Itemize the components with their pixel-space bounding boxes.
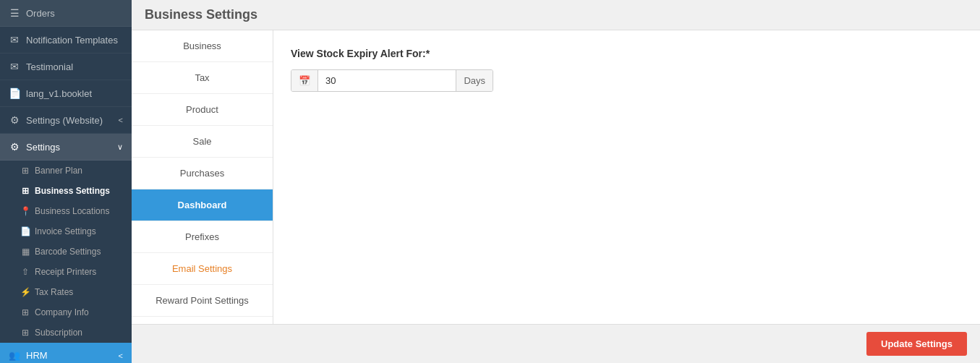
tab-purchases[interactable]: Purchases bbox=[132, 158, 273, 189]
barcode-settings-icon: ▦ bbox=[20, 247, 30, 257]
sidebar-sub-item-locations-label: Business Locations bbox=[35, 206, 109, 216]
bottom-bar: Update Settings bbox=[132, 324, 980, 363]
tax-rates-icon: ⚡ bbox=[20, 287, 30, 297]
tab-prefixes[interactable]: Prefixes bbox=[132, 221, 273, 253]
expiry-days-input[interactable] bbox=[318, 70, 456, 91]
orders-icon: ☰ bbox=[9, 7, 20, 19]
tab-sale[interactable]: Sale bbox=[132, 126, 273, 158]
tab-business[interactable]: Business bbox=[132, 30, 273, 62]
banner-plan-icon: ⊞ bbox=[20, 166, 30, 176]
hrm-icon: 👥 bbox=[9, 350, 20, 361]
sidebar-sub-item-receipt-printers[interactable]: ⇧ Receipt Printers bbox=[0, 262, 132, 282]
sidebar-sub-item-banner-plan[interactable]: ⊞ Banner Plan bbox=[0, 161, 132, 181]
settings-website-icon: ⚙ bbox=[9, 114, 20, 126]
days-label: Days bbox=[456, 70, 493, 91]
tab-email-settings[interactable]: Email Settings bbox=[132, 253, 273, 285]
sidebar-sub-item-invoice-label: Invoice Settings bbox=[35, 226, 96, 236]
tab-dashboard[interactable]: Dashboard bbox=[132, 189, 273, 221]
tab-reward-point-settings[interactable]: Reward Point Settings bbox=[132, 285, 273, 317]
expiry-alert-label: View Stock Expiry Alert For:* bbox=[291, 48, 963, 59]
sidebar-sub-item-subscription[interactable]: ⊞ Subscription bbox=[0, 323, 132, 343]
sidebar-sub-item-invoice-settings[interactable]: 📄 Invoice Settings bbox=[0, 221, 132, 242]
booklet-icon: 📄 bbox=[9, 87, 20, 99]
sidebar-item-lang-label: lang_v1.booklet bbox=[26, 88, 92, 99]
tab-product[interactable]: Product bbox=[132, 94, 273, 126]
sidebar-item-testimonial-label: Testimonial bbox=[26, 61, 73, 72]
sidebar: ☰ Orders ✉ Notification Templates ✉ Test… bbox=[0, 0, 132, 363]
sidebar-item-settings-website-label: Settings (Website) bbox=[26, 115, 103, 126]
testimonial-icon: ✉ bbox=[9, 61, 20, 72]
receipt-printers-icon: ⇧ bbox=[20, 267, 30, 277]
sidebar-item-orders-label: Orders bbox=[26, 8, 55, 19]
content-area: Business Tax Product Sale Purchases Dash… bbox=[132, 30, 980, 324]
sidebar-sub-item-business-label: Business Settings bbox=[35, 186, 110, 196]
tab-pos[interactable]: POS bbox=[132, 317, 273, 324]
sidebar-sub-item-company-label: Company Info bbox=[35, 307, 89, 317]
sidebar-item-testimonial[interactable]: ✉ Testimonial bbox=[0, 54, 132, 80]
sidebar-sub-item-business-locations[interactable]: 📍 Business Locations bbox=[0, 201, 132, 221]
expiry-input-row: 📅 Days bbox=[291, 69, 493, 92]
subscription-icon: ⊞ bbox=[20, 328, 30, 338]
sidebar-item-settings-label: Settings bbox=[26, 142, 60, 153]
notification-icon: ✉ bbox=[9, 34, 20, 46]
sidebar-sub-item-business-settings[interactable]: ⊞ Business Settings bbox=[0, 181, 132, 201]
calendar-icon: 📅 bbox=[291, 70, 318, 91]
page-header: Business Settings bbox=[132, 0, 980, 30]
sidebar-item-lang-booklet[interactable]: 📄 lang_v1.booklet bbox=[0, 80, 132, 107]
invoice-settings-icon: 📄 bbox=[20, 226, 30, 236]
sidebar-footer-hrm[interactable]: 👥 HRM < bbox=[0, 343, 132, 363]
hrm-arrow: < bbox=[119, 351, 123, 360]
sidebar-sub-item-barcode-label: Barcode Settings bbox=[35, 247, 101, 257]
settings-icon: ⚙ bbox=[9, 141, 20, 153]
sidebar-sub-item-banner-label: Banner Plan bbox=[35, 166, 82, 176]
settings-arrow: ∨ bbox=[117, 142, 123, 152]
business-locations-icon: 📍 bbox=[20, 206, 30, 216]
tabs-panel: Business Tax Product Sale Purchases Dash… bbox=[132, 30, 273, 324]
sidebar-footer-label: HRM bbox=[26, 350, 48, 361]
main-area: Business Settings Business Tax Product S… bbox=[132, 0, 980, 363]
settings-panel: View Stock Expiry Alert For:* 📅 Days bbox=[273, 30, 980, 324]
sidebar-sub-item-barcode-settings[interactable]: ▦ Barcode Settings bbox=[0, 242, 132, 262]
page-title: Business Settings bbox=[145, 7, 257, 22]
update-settings-button[interactable]: Update Settings bbox=[866, 332, 967, 356]
sidebar-sub-item-tax-label: Tax Rates bbox=[35, 287, 73, 297]
tab-tax[interactable]: Tax bbox=[132, 62, 273, 94]
sidebar-sub-item-receipt-label: Receipt Printers bbox=[35, 267, 96, 277]
sidebar-item-settings[interactable]: ⚙ Settings ∨ bbox=[0, 134, 132, 161]
sidebar-sub-item-company-info[interactable]: ⊞ Company Info bbox=[0, 302, 132, 323]
sidebar-item-settings-website[interactable]: ⚙ Settings (Website) < bbox=[0, 107, 132, 134]
business-settings-icon: ⊞ bbox=[20, 186, 30, 196]
settings-website-arrow: < bbox=[119, 116, 123, 124]
company-info-icon: ⊞ bbox=[20, 307, 30, 317]
sidebar-item-orders[interactable]: ☰ Orders bbox=[0, 0, 132, 27]
sidebar-item-notification-label: Notification Templates bbox=[26, 35, 118, 46]
sidebar-sub-item-subscription-label: Subscription bbox=[35, 328, 82, 338]
sidebar-sub-item-tax-rates[interactable]: ⚡ Tax Rates bbox=[0, 282, 132, 302]
sidebar-item-notification-templates[interactable]: ✉ Notification Templates bbox=[0, 27, 132, 54]
